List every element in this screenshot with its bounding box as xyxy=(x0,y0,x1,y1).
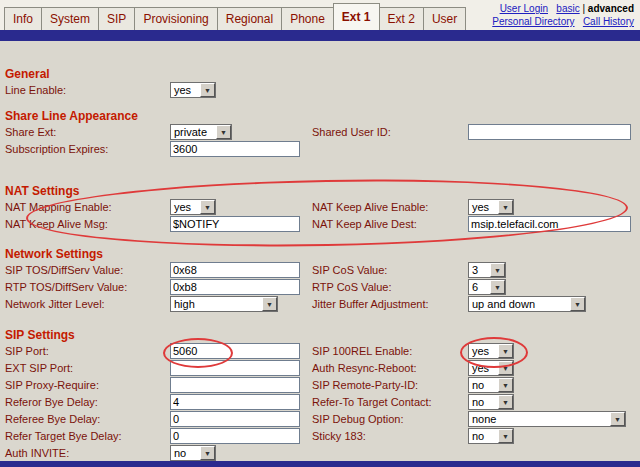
form-row: Referor Bye Delay: Refer-To Target Conta… xyxy=(0,394,640,411)
dropdown-arrow-icon: ▼ xyxy=(610,412,625,426)
nat-mapping-enable-label: NAT Mapping Enable: xyxy=(5,201,112,213)
nat-keep-alive-msg-input[interactable] xyxy=(170,216,300,232)
dropdown-arrow-icon: ▼ xyxy=(216,125,231,139)
directory-line: Personal Directory Call History xyxy=(492,15,634,28)
call-history-link[interactable]: Call History xyxy=(583,16,634,27)
share-ext-select[interactable]: private▼ xyxy=(170,124,232,140)
network-jitter-level-select[interactable]: high▼ xyxy=(170,296,278,312)
referor-bye-delay-label: Referor Bye Delay: xyxy=(5,396,98,408)
auth-resync-reboot-select[interactable]: yes▼ xyxy=(468,360,514,376)
sticky-183-select[interactable]: no▼ xyxy=(468,428,514,444)
sip-tos-input[interactable] xyxy=(170,262,300,278)
share-ext-label: Share Ext: xyxy=(5,126,56,138)
sip-port-input[interactable] xyxy=(170,343,300,359)
auth-invite-select[interactable]: no▼ xyxy=(170,445,216,461)
tab-info[interactable]: Info xyxy=(4,7,42,30)
tab-provisioning[interactable]: Provisioning xyxy=(134,7,217,30)
form-row: Auth INVITE: no▼ xyxy=(0,445,640,462)
refer-to-target-contact-select[interactable]: no▼ xyxy=(468,394,514,410)
bottom-divider-bar xyxy=(0,461,640,467)
refer-target-bye-delay-label: Refer Target Bye Delay: xyxy=(5,430,122,442)
auth-invite-label: Auth INVITE: xyxy=(5,447,69,459)
dropdown-arrow-icon: ▼ xyxy=(498,200,513,214)
tab-sip[interactable]: SIP xyxy=(98,7,135,30)
tab-ext2[interactable]: Ext 2 xyxy=(379,7,424,30)
tab-system[interactable]: System xyxy=(41,7,99,30)
user-login-link[interactable]: User Login xyxy=(500,3,548,14)
form-row: SIP TOS/DiffServ Value: SIP CoS Value: 3… xyxy=(0,262,640,279)
sip-tos-label: SIP TOS/DiffServ Value: xyxy=(5,264,123,276)
sip-remote-party-id-label: SIP Remote-Party-ID: xyxy=(312,379,418,391)
dropdown-arrow-icon: ▼ xyxy=(498,344,513,358)
tab-phone[interactable]: Phone xyxy=(281,7,334,30)
nat-keep-alive-enable-label: NAT Keep Alive Enable: xyxy=(312,201,428,213)
sip-proxy-require-label: SIP Proxy-Require: xyxy=(5,379,99,391)
nat-keep-alive-dest-input[interactable] xyxy=(468,216,631,232)
sip-100rel-enable-select[interactable]: yes▼ xyxy=(468,343,514,359)
ext-sip-port-input[interactable] xyxy=(170,360,300,376)
dropdown-arrow-icon: ▼ xyxy=(262,297,277,311)
form-row: EXT SIP Port: Auth Resync-Reboot: yes▼ xyxy=(0,360,640,377)
basic-view-link[interactable]: basic xyxy=(556,3,579,14)
form-row: Line Enable: yes▼ xyxy=(0,82,640,99)
tab-ext1[interactable]: Ext 1 xyxy=(333,3,380,30)
rtp-cos-select[interactable]: 6▼ xyxy=(468,279,506,295)
login-mode-line: User Login basic | advanced xyxy=(492,2,634,15)
dropdown-arrow-icon: ▼ xyxy=(498,378,513,392)
advanced-view-label: advanced xyxy=(588,3,634,14)
sip-proxy-require-input[interactable] xyxy=(170,377,300,393)
line-enable-label: Line Enable: xyxy=(5,84,66,96)
dropdown-arrow-icon: ▼ xyxy=(200,83,215,97)
personal-directory-link[interactable]: Personal Directory xyxy=(492,16,574,27)
nat-mapping-enable-select[interactable]: yes▼ xyxy=(170,199,216,215)
form-row: NAT Keep Alive Msg: NAT Keep Alive Dest: xyxy=(0,216,640,233)
section-header-network-settings: Network Settings xyxy=(0,247,640,262)
refer-to-target-contact-label: Refer-To Target Contact: xyxy=(312,396,432,408)
sip-cos-select[interactable]: 3▼ xyxy=(468,262,506,278)
subscription-expires-label: Subscription Expires: xyxy=(5,143,108,155)
dropdown-arrow-icon: ▼ xyxy=(490,263,505,277)
form-row: Share Ext: private▼ Shared User ID: xyxy=(0,124,640,141)
shared-user-id-input[interactable] xyxy=(468,124,631,140)
section-header-sip-settings: SIP Settings xyxy=(0,328,640,343)
tab-bar: Info System SIP Provisioning Regional Ph… xyxy=(4,3,465,30)
rtp-cos-label: RTP CoS Value: xyxy=(312,281,392,293)
ext-sip-port-label: EXT SIP Port: xyxy=(5,362,73,374)
shared-user-id-label: Shared User ID: xyxy=(312,126,391,138)
tab-regional[interactable]: Regional xyxy=(217,7,282,30)
settings-form: General Line Enable: yes▼ Share Line App… xyxy=(0,41,640,467)
section-header-share-line-appearance: Share Line Appearance xyxy=(0,109,640,124)
nat-keep-alive-dest-label: NAT Keep Alive Dest: xyxy=(312,218,417,230)
sip-debug-option-select[interactable]: none▼ xyxy=(468,411,626,427)
dropdown-arrow-icon: ▼ xyxy=(498,395,513,409)
header-links: User Login basic | advanced Personal Dir… xyxy=(492,2,634,28)
link-divider: | xyxy=(582,3,585,14)
auth-resync-reboot-label: Auth Resync-Reboot: xyxy=(312,362,417,374)
refer-target-bye-delay-input[interactable] xyxy=(170,428,300,444)
line-enable-select[interactable]: yes▼ xyxy=(170,82,216,98)
referee-bye-delay-input[interactable] xyxy=(170,411,300,427)
section-header-general: General xyxy=(0,67,640,82)
top-strip: Info System SIP Provisioning Regional Ph… xyxy=(0,0,640,30)
form-row: Subscription Expires: xyxy=(0,141,640,158)
dropdown-arrow-icon: ▼ xyxy=(570,297,585,311)
section-header-nat-settings: NAT Settings xyxy=(0,184,640,199)
rtp-tos-label: RTP TOS/DiffServ Value: xyxy=(5,281,127,293)
sip-remote-party-id-select[interactable]: no▼ xyxy=(468,377,514,393)
dropdown-arrow-icon: ▼ xyxy=(200,200,215,214)
form-row: SIP Proxy-Require: SIP Remote-Party-ID: … xyxy=(0,377,640,394)
nat-keep-alive-enable-select[interactable]: yes▼ xyxy=(468,199,514,215)
sip-port-label: SIP Port: xyxy=(5,345,49,357)
form-row: Network Jitter Level: high▼ Jitter Buffe… xyxy=(0,296,640,313)
tab-user[interactable]: User xyxy=(423,7,466,30)
rtp-tos-input[interactable] xyxy=(170,279,300,295)
top-divider-bar xyxy=(0,30,640,41)
sip-debug-option-label: SIP Debug Option: xyxy=(312,413,404,425)
form-row: RTP TOS/DiffServ Value: RTP CoS Value: 6… xyxy=(0,279,640,296)
subscription-expires-input[interactable] xyxy=(170,141,300,157)
referee-bye-delay-label: Referee Bye Delay: xyxy=(5,413,100,425)
referor-bye-delay-input[interactable] xyxy=(170,394,300,410)
jitter-buffer-adjustment-select[interactable]: up and down▼ xyxy=(468,296,586,312)
dropdown-arrow-icon: ▼ xyxy=(200,446,215,460)
form-row: Refer Target Bye Delay: Sticky 183: no▼ xyxy=(0,428,640,445)
